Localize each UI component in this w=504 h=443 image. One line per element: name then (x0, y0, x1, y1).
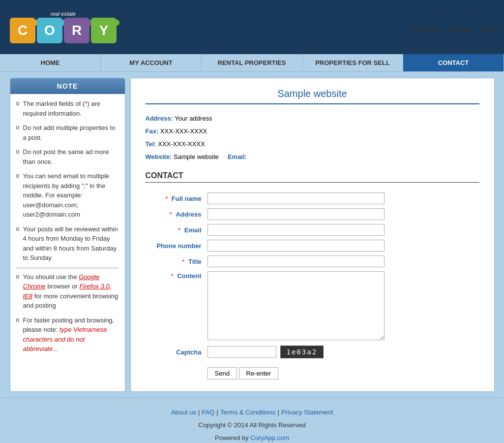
address-input[interactable] (208, 208, 385, 220)
main-content: NOTE The marked fields of (*) are requir… (4, 72, 501, 398)
fullname-label-cell: * Full name (146, 190, 205, 206)
email-input[interactable] (208, 224, 385, 236)
address-row: * Address (146, 206, 479, 222)
content-row: * Content (146, 269, 479, 344)
nav-my-account[interactable]: MY ACCOUNT (101, 54, 202, 71)
fax-label: Fax: (146, 127, 159, 135)
phone-input[interactable] (208, 240, 385, 252)
reenter-button[interactable]: Re-enter (239, 367, 279, 380)
section-title: CONTACT (146, 171, 479, 183)
note-vietnamese: For faster posting and browsing, please … (16, 316, 119, 354)
req-star: * (171, 272, 174, 280)
req-star: * (182, 258, 184, 265)
sidebar-body: The marked fields of (*) are required in… (10, 94, 125, 364)
main-nav: HOME MY ACCOUNT RENTAL PROPERTIES PROPER… (0, 54, 504, 72)
panel-title: Sample website (146, 88, 479, 104)
contact-form: * Full name * Address * Emai (146, 190, 479, 381)
address-value: Your address (175, 115, 212, 122)
note-review: Your posts will be reviewed within 4 hou… (16, 224, 119, 263)
footer-faq-link[interactable]: FAQ (202, 406, 214, 419)
title-input[interactable] (208, 255, 385, 267)
fullname-row: * Full name (146, 190, 479, 206)
sidebar-divider (16, 268, 119, 268)
req-star: * (170, 211, 172, 218)
form-address-label: Address (176, 211, 201, 218)
form-email-label: Email (184, 226, 202, 234)
note-duplicate: Do not post the same ad more than once. (16, 147, 119, 166)
title-label-cell: * Title (146, 253, 205, 269)
contact-panel: Sample website Address: Your address Fax… (130, 78, 495, 392)
content-label: Content (177, 272, 201, 280)
buttons-row: Send Re-enter (146, 360, 479, 381)
logo-tile-c: C (10, 18, 35, 43)
content-label-cell: * Content (146, 269, 205, 344)
fullname-input[interactable] (208, 192, 385, 204)
logo-tagline: real estate (51, 11, 76, 17)
title-row: * Title (146, 253, 479, 269)
address-label-cell: * Address (146, 206, 205, 222)
content-input-cell (205, 269, 479, 344)
buttons-cell: Send Re-enter (205, 360, 479, 381)
captcha-input-cell: 1e03a2 (205, 344, 479, 360)
footer: About us | FAQ | Terms & Conditions | Pr… (0, 398, 504, 443)
header-links: Post news Register Login (412, 22, 496, 33)
send-button[interactable]: Send (208, 367, 237, 380)
logo-area: real estate C O R Y (8, 9, 119, 45)
vietnamese-note: type Vietnamese characters and do not ab… (23, 326, 107, 352)
sidebar: NOTE The marked fields of (*) are requir… (10, 78, 125, 392)
note-multiple: Do not add multiple properties to a post… (16, 123, 119, 142)
tel-label: Tel: (146, 140, 156, 148)
nav-properties-sell[interactable]: PROPERTIES FOR SELL (302, 54, 403, 71)
email-row: * Email (146, 222, 479, 238)
register-link[interactable]: Register (449, 26, 473, 33)
email-input-cell (205, 222, 479, 238)
email-label: Email: (228, 153, 247, 160)
fax-value: XXX-XXX-XXXX (160, 127, 207, 135)
fullname-input-cell (205, 190, 479, 206)
footer-copyright: Copyright © 2014 All Rights Reserved (8, 419, 496, 432)
logo-box: real estate C O R Y (8, 9, 119, 45)
captcha-input[interactable] (208, 346, 276, 358)
nav-home[interactable]: HOME (0, 54, 101, 71)
note-email: You can send email to multiple recipient… (16, 171, 119, 220)
phone-label: Phone number (156, 242, 201, 250)
logo-tile-o: O (37, 18, 62, 43)
tel-value: XXX-XXX-XXXX (158, 140, 205, 148)
title-input-cell (205, 253, 479, 269)
content-textarea[interactable] (208, 271, 385, 340)
header: real estate C O R Y Post news Register L… (0, 0, 504, 54)
req-star: * (178, 226, 180, 234)
nav-rental[interactable]: RENTAL PROPERTIES (202, 54, 302, 71)
phone-input-cell (205, 238, 479, 253)
captcha-image: 1e03a2 (280, 346, 324, 358)
buttons-label-cell (146, 360, 205, 381)
sidebar-title: NOTE (10, 78, 125, 94)
address-input-cell (205, 206, 479, 222)
logo-tile-r: R (64, 18, 89, 43)
footer-coryapp-link[interactable]: CoryApp.com (250, 434, 289, 442)
phone-row: Phone number (146, 238, 479, 253)
fullname-label: Full name (172, 195, 202, 202)
note-required: The marked fields of (*) are required in… (16, 99, 119, 118)
req-star: * (165, 195, 168, 202)
login-link[interactable]: Login (480, 26, 496, 33)
nav-contact[interactable]: CONTACT (403, 54, 504, 71)
footer-powered: Powered by CoryApp.com (8, 432, 496, 443)
logo-tiles: C O R Y (10, 18, 117, 43)
website-value: Sample website (174, 153, 219, 160)
note-browser: You should use the Google Chrome browser… (16, 272, 119, 311)
post-news-link[interactable]: Post news (412, 26, 441, 33)
email-label-cell: * Email (146, 222, 205, 238)
address-label: Address: (146, 115, 173, 122)
captcha-label-cell: Captcha (146, 344, 205, 360)
footer-about-link[interactable]: About us (171, 406, 196, 419)
phone-label-cell: Phone number (146, 238, 205, 253)
captcha-label: Captcha (176, 348, 201, 356)
footer-terms-link[interactable]: Terms & Conditions (220, 406, 276, 419)
footer-links: About us | FAQ | Terms & Conditions | Pr… (8, 406, 496, 419)
info-section: Address: Your address Fax: XXX-XXX-XXXX … (146, 112, 479, 163)
title-label: Title (188, 258, 202, 265)
footer-privacy-link[interactable]: Privacy Statement (281, 406, 333, 419)
captcha-row-inner: 1e03a2 (208, 346, 476, 358)
logo-tile-y: Y (91, 18, 117, 43)
